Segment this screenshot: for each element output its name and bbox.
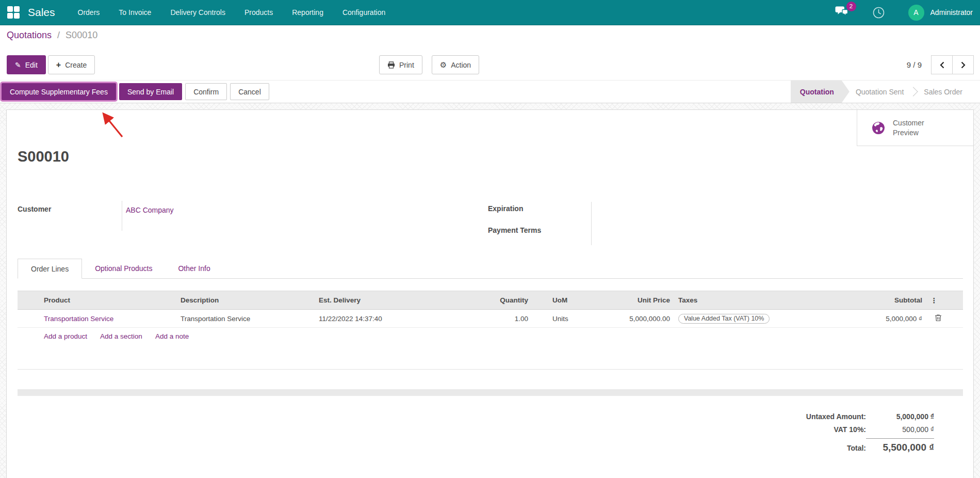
tab-order-lines[interactable]: Order Lines: [18, 259, 82, 279]
send-by-email-label: Send by Email: [127, 88, 174, 96]
menu-to-invoice[interactable]: To Invoice: [118, 5, 152, 20]
customer-field-label: Customer: [18, 205, 51, 213]
gear-icon: ⚙: [440, 60, 447, 70]
order-lines-table: Product Description Est. Delivery Quanti…: [18, 291, 963, 345]
tab-optional-products[interactable]: Optional Products: [82, 259, 165, 278]
total-label: Total:: [847, 444, 866, 452]
menu-orders[interactable]: Orders: [77, 5, 101, 20]
row-quantity-cell: 1.00: [448, 310, 532, 328]
row-spacer-cell: [532, 310, 548, 328]
send-by-email-button[interactable]: Send by Email: [119, 83, 182, 100]
form-sheet: Customer Preview S00010 Customer ABC Com…: [6, 109, 974, 478]
column-unit-price[interactable]: Unit Price: [600, 291, 674, 310]
apps-grid-square: [14, 13, 20, 19]
quotation-title: S00010: [18, 148, 69, 165]
customer-preview-label: Customer Preview: [893, 118, 937, 138]
add-a-product-link[interactable]: Add a product: [44, 332, 87, 340]
column-spacer: [532, 291, 548, 310]
notebook-tabs: Order Lines Optional Products Other Info: [18, 259, 963, 279]
total-value: 5,500,000 ₫: [866, 438, 934, 453]
column-description[interactable]: Description: [176, 291, 315, 310]
menu-configuration[interactable]: Configuration: [341, 5, 386, 20]
messages-button[interactable]: 2: [835, 6, 849, 20]
action-button-label: Action: [451, 61, 471, 69]
total-row: Total: 5,500,000 ₫: [806, 438, 934, 453]
row-handle-cell: [18, 328, 40, 345]
messages-count-badge: 2: [846, 2, 856, 11]
apps-menu-icon[interactable]: [7, 6, 20, 19]
form-background: Customer Preview S00010 Customer ABC Com…: [0, 103, 980, 478]
chevron-left-icon: [940, 61, 944, 69]
app-name[interactable]: Sales: [28, 6, 55, 19]
add-a-section-link[interactable]: Add a section: [100, 332, 142, 340]
breadcrumb-separator: /: [57, 30, 60, 40]
odoo-sales-screen: Sales Orders To Invoice Delivery Control…: [0, 0, 980, 478]
compute-supplementary-fees-button[interactable]: Compute Supplementary Fees: [2, 83, 116, 100]
menu-reporting[interactable]: Reporting: [291, 5, 324, 20]
pager-value[interactable]: 9 / 9: [907, 60, 922, 69]
globe-icon: [872, 121, 885, 135]
row-product-link[interactable]: Transportation Service: [44, 315, 113, 323]
print-action-buttons: Print ⚙ Action: [379, 55, 479, 74]
vat-label: VAT 10%:: [834, 425, 867, 434]
tab-other-info[interactable]: Other Info: [165, 259, 223, 278]
print-button[interactable]: Print: [379, 55, 422, 74]
pager-previous-button[interactable]: [931, 55, 953, 74]
create-button[interactable]: + Create: [48, 55, 95, 74]
optional-columns-toggle[interactable]: ⋮: [926, 291, 963, 310]
confirm-button[interactable]: Confirm: [185, 83, 227, 100]
row-uom-cell: Units: [548, 310, 600, 328]
state-sales-order[interactable]: Sales Order: [918, 81, 969, 103]
row-handle-cell: [18, 310, 40, 328]
action-button[interactable]: ⚙ Action: [432, 55, 479, 74]
row-est-delivery-cell: 11/22/2022 14:37:40: [315, 310, 448, 328]
column-product[interactable]: Product: [40, 291, 176, 310]
horizontal-scrollbar[interactable]: [18, 389, 963, 396]
cancel-button[interactable]: Cancel: [230, 83, 269, 100]
customer-preview-button[interactable]: Customer Preview: [857, 110, 973, 146]
cancel-label: Cancel: [238, 88, 261, 96]
untaxed-amount-row: Untaxed Amount: 5,000,000 ₫: [806, 412, 934, 421]
column-quantity[interactable]: Quantity: [448, 291, 532, 310]
plus-icon: +: [56, 60, 61, 70]
breadcrumb: Quotations / S00010: [7, 30, 97, 41]
add-a-note-link[interactable]: Add a note: [155, 332, 189, 340]
field-separator: [591, 202, 592, 245]
order-line-row: Transportation Service Transportation Se…: [18, 310, 963, 328]
menu-products[interactable]: Products: [243, 5, 274, 20]
record-buttons: ✎ Edit + Create: [7, 55, 95, 74]
compute-supplementary-fees-label: Compute Supplementary Fees: [10, 88, 108, 96]
row-description-cell: Transportation Service: [176, 310, 315, 328]
control-panel: Quotations / S00010 ✎ Edit + Create Prin…: [0, 25, 980, 80]
column-est-delivery[interactable]: Est. Delivery: [315, 291, 448, 310]
pager: 9 / 9: [907, 55, 974, 74]
user-menu[interactable]: Administrator: [930, 8, 973, 17]
activities-button[interactable]: [873, 7, 885, 19]
column-taxes[interactable]: Taxes: [674, 291, 852, 310]
column-handle: [18, 291, 40, 310]
row-unit-price-cell: 5,000,000.00: [600, 310, 674, 328]
navbar-systray: 2 A Administrator: [835, 5, 973, 21]
vat-row: VAT 10%: 500,000 ₫: [806, 425, 934, 434]
row-subtotal-cell: 5,000,000 ₫: [852, 310, 926, 328]
user-avatar[interactable]: A: [908, 5, 924, 21]
menu-delivery-controls[interactable]: Delivery Controls: [169, 5, 226, 20]
status-pipeline: Quotation Quotation Sent Sales Order: [791, 81, 969, 103]
top-navbar: Sales Orders To Invoice Delivery Control…: [0, 0, 980, 25]
breadcrumb-current: S00010: [66, 30, 97, 40]
column-subtotal[interactable]: Subtotal: [852, 291, 926, 310]
statusbar: Compute Supplementary Fees Send by Email…: [0, 80, 980, 103]
pager-next-button[interactable]: [952, 55, 974, 74]
edit-button-label: Edit: [25, 61, 38, 69]
column-uom[interactable]: UoM: [548, 291, 600, 310]
print-button-label: Print: [399, 61, 414, 69]
add-line-row: Add a product Add a section Add a note: [18, 328, 963, 345]
edit-button[interactable]: ✎ Edit: [7, 55, 46, 74]
customer-field-value[interactable]: ABC Company: [126, 206, 174, 214]
delete-line-button[interactable]: [930, 314, 942, 322]
state-quotation[interactable]: Quotation: [791, 81, 850, 103]
apps-grid-square: [7, 6, 13, 12]
payment-terms-field-label: Payment Terms: [488, 226, 541, 234]
state-quotation-sent[interactable]: Quotation Sent: [850, 81, 910, 103]
breadcrumb-quotations[interactable]: Quotations: [7, 30, 52, 40]
